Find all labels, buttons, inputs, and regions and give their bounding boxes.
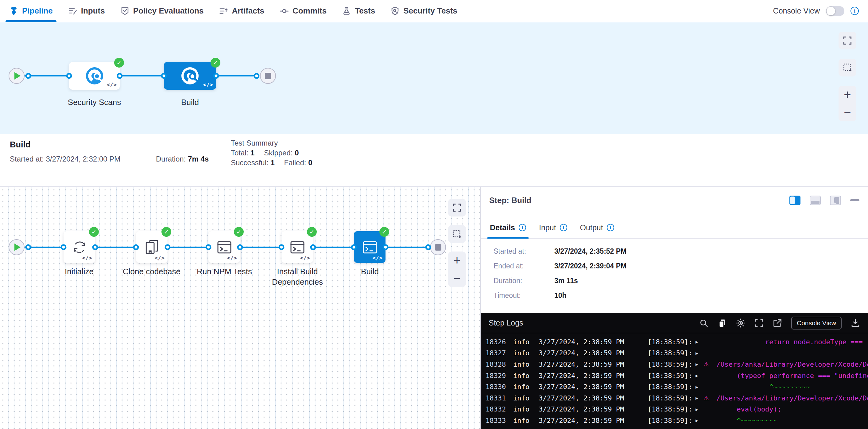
step-node-run-npm-tests[interactable] [208, 231, 240, 263]
stage-graph-canvas[interactable]: Security Scans Build + − [0, 23, 868, 134]
log-console-time: [18:38:59]: [648, 394, 695, 402]
stage-summary-bar: Build Started at: 3/27/2024, 2:32:00 PM … [0, 134, 868, 187]
tab-label: Pipeline [22, 6, 53, 16]
expand-arrow-icon[interactable]: ▸ [695, 339, 704, 345]
pipeline-start-node[interactable] [9, 68, 25, 84]
tab-details[interactable]: Details [490, 216, 526, 239]
duration-value: 7m 4s [188, 155, 209, 163]
stage-started-at: Started at: 3/27/2024, 2:32:00 PM [10, 155, 120, 163]
tab-pipeline[interactable]: Pipeline [9, 0, 53, 22]
expand-arrow-icon[interactable]: ▸ [695, 361, 704, 367]
connector-port [165, 244, 170, 250]
expand-arrow-icon[interactable]: ▸ [695, 350, 704, 356]
step-label: Run NPM Tests [184, 266, 264, 277]
success-badge [161, 227, 171, 237]
step-canvas-fullscreen-button[interactable] [448, 199, 466, 216]
log-line[interactable]: 18330 info 3/27/2024, 2:38:59 PM [18:38:… [486, 381, 868, 393]
step-node-clone-codebase[interactable] [136, 231, 167, 263]
step-graph-canvas[interactable]: Initialize Clone codebase Run NPM Tests … [0, 187, 480, 429]
tab-inputs[interactable]: Inputs [68, 0, 105, 22]
fullscreen-icon[interactable] [754, 318, 764, 328]
log-level: info [513, 394, 539, 402]
stage-label: Build [162, 97, 218, 108]
step-node-initialize[interactable] [64, 231, 95, 263]
success-badge [211, 58, 220, 67]
step-panel-title: Step: Build [489, 195, 531, 205]
download-icon[interactable] [851, 318, 860, 328]
step-label: Initialize [49, 266, 110, 277]
layout-split-view-icon[interactable] [789, 195, 801, 205]
console-view-toggle[interactable] [826, 6, 844, 16]
connector-port [383, 244, 389, 250]
open-in-new-icon[interactable] [773, 318, 782, 328]
step-panel-tabs: Details Input Output [480, 216, 868, 239]
log-line[interactable]: 18331 info 3/27/2024, 2:38:59 PM [18:38:… [486, 393, 868, 404]
log-console-time: [18:38:59]: [648, 405, 695, 413]
expand-arrow-icon[interactable]: ▸ [695, 372, 704, 379]
tab-input[interactable]: Input [539, 216, 567, 239]
log-line[interactable]: 18332 info 3/27/2024, 2:38:59 PM [18:38:… [486, 404, 868, 415]
step-logs-output: 18326 info 3/27/2024, 2:38:59 PM [18:38:… [480, 333, 868, 426]
detail-row: Timeout: 10h [494, 292, 626, 300]
tab-security-tests[interactable]: Security Tests [391, 0, 457, 22]
tab-tests[interactable]: Tests [342, 0, 375, 22]
log-line[interactable]: 18327 info 3/27/2024, 2:38:59 PM [18:38:… [486, 348, 868, 359]
step-node-build[interactable] [354, 231, 385, 263]
stage-node-build[interactable] [164, 62, 216, 90]
step-node-install-build-dependencies[interactable] [281, 231, 313, 263]
layout-right-view-icon[interactable] [830, 195, 841, 205]
stage-canvas-select-button[interactable] [839, 59, 856, 76]
tab-output[interactable]: Output [580, 216, 614, 239]
log-line[interactable]: 18329 info 3/27/2024, 2:38:59 PM [18:38:… [486, 370, 868, 381]
connector-port [254, 73, 260, 79]
copy-icon[interactable] [718, 318, 727, 328]
search-icon[interactable] [699, 318, 708, 328]
detail-label: Duration: [494, 277, 554, 285]
connector-port [26, 244, 31, 250]
detail-label: Ended at: [494, 262, 554, 270]
info-icon[interactable] [560, 224, 567, 231]
stage-start-node[interactable] [9, 239, 25, 255]
pipeline-end-node[interactable] [260, 68, 276, 84]
info-icon[interactable] [519, 224, 526, 231]
zoom-out-button[interactable]: − [839, 103, 856, 121]
minimize-panel-icon[interactable] [850, 199, 859, 201]
step-canvas-select-button[interactable] [448, 225, 466, 243]
log-line[interactable]: 18326 info 3/27/2024, 2:38:59 PM [18:38:… [486, 336, 868, 348]
console-view-info-icon[interactable] [850, 7, 859, 15]
connector-port [425, 244, 431, 250]
log-level: info [513, 338, 539, 346]
expand-arrow-icon[interactable]: ▸ [695, 384, 704, 390]
expand-arrow-icon[interactable]: ▸ [695, 417, 704, 424]
stat-value: 0 [294, 149, 299, 157]
nav-right: Console View [773, 6, 859, 16]
terminal-icon [288, 239, 306, 256]
settings-gear-icon[interactable] [736, 318, 745, 328]
zoom-in-button[interactable]: + [839, 86, 856, 103]
success-badge [379, 227, 389, 237]
stage-node-security-scans[interactable] [69, 62, 120, 90]
info-icon[interactable] [607, 224, 614, 231]
stage-end-node[interactable] [430, 239, 446, 255]
layout-bottom-view-icon[interactable] [810, 195, 821, 205]
expand-arrow-icon[interactable]: ▸ [695, 395, 704, 401]
connector-port [66, 73, 72, 79]
panel-layout-controls [789, 195, 859, 205]
connector-port [237, 244, 243, 250]
zoom-out-button[interactable]: − [448, 269, 466, 287]
tab-policy-evaluations[interactable]: Policy Evaluations [120, 0, 204, 22]
log-line-number: 18326 [486, 338, 513, 346]
step-label: Build [339, 266, 401, 277]
detail-label: Started at: [494, 247, 554, 255]
log-level: info [513, 361, 539, 368]
tab-artifacts[interactable]: Artifacts [219, 0, 264, 22]
console-view-button[interactable]: Console View [791, 316, 842, 330]
tab-commits[interactable]: Commits [280, 0, 327, 22]
log-line[interactable]: 18333 info 3/27/2024, 2:38:59 PM [18:38:… [486, 415, 868, 426]
zoom-in-button[interactable]: + [448, 251, 466, 269]
stage-canvas-fullscreen-button[interactable] [839, 32, 856, 50]
log-line[interactable]: 18328 info 3/27/2024, 2:38:59 PM [18:38:… [486, 359, 868, 370]
expand-arrow-icon[interactable]: ▸ [695, 406, 704, 412]
log-line-number: 18332 [486, 405, 513, 413]
log-timestamp: 3/27/2024, 2:38:59 PM [539, 349, 648, 357]
